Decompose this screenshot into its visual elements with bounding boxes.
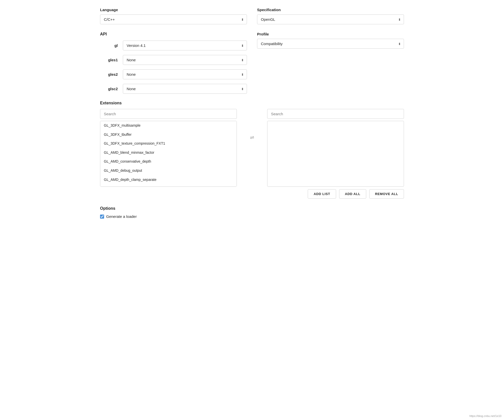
language-select[interactable]: C/C++ C# Java Python Rust bbox=[100, 14, 247, 24]
action-buttons: ADD LIST ADD ALL REMOVE ALL bbox=[267, 189, 404, 199]
api-label-gl: gl bbox=[100, 43, 118, 48]
options-title: Options bbox=[100, 206, 404, 211]
generate-loader-row: Generate a loader bbox=[100, 214, 404, 219]
api-label-gles2: gles2 bbox=[100, 72, 118, 77]
transfer-arrow-container: ⇌ bbox=[247, 109, 257, 140]
profile-select-wrapper: Compatibility Core ⬍ bbox=[257, 39, 404, 49]
top-section: Language C/C++ C# Java Python Rust ⬍ Spe… bbox=[100, 8, 404, 24]
extensions-left-search[interactable] bbox=[100, 109, 237, 119]
language-select-wrapper: C/C++ C# Java Python Rust ⬍ bbox=[100, 14, 247, 24]
generate-loader-label: Generate a loader bbox=[106, 214, 137, 219]
transfer-icon: ⇌ bbox=[250, 134, 254, 140]
glsc2-select[interactable]: None Version 2.0 bbox=[123, 84, 247, 94]
profile-section: Profile Compatibility Core ⬍ bbox=[257, 32, 404, 98]
extensions-right-search[interactable] bbox=[267, 109, 404, 119]
api-row-gl: gl None Version 1.0 Version 2.0 Version … bbox=[100, 41, 247, 50]
extensions-left-panel: GL_3DFX_multisample GL_3DFX_tbuffer GL_3… bbox=[100, 109, 237, 187]
list-item[interactable]: GL_AMD_depth_clamp_separate bbox=[100, 175, 237, 184]
list-item[interactable]: GL_3DFX_tbuffer bbox=[100, 130, 237, 139]
extensions-title: Extensions bbox=[100, 101, 404, 105]
api-section-title: API bbox=[100, 32, 247, 36]
profile-label: Profile bbox=[257, 32, 404, 36]
language-label: Language bbox=[100, 8, 247, 12]
api-row-glsc2: glsc2 None Version 2.0 ⬍ bbox=[100, 84, 247, 94]
gles2-select[interactable]: None Version 2.0 Version 3.0 Version 3.1… bbox=[123, 69, 247, 79]
specification-select-wrapper: OpenGL OpenGL ES Vulkan ⬍ bbox=[257, 14, 404, 24]
specification-select[interactable]: OpenGL OpenGL ES Vulkan bbox=[257, 14, 404, 24]
add-all-button[interactable]: ADD ALL bbox=[339, 189, 366, 199]
add-list-button[interactable]: ADD LIST bbox=[308, 189, 336, 199]
api-label-gles1: gles1 bbox=[100, 58, 118, 62]
generate-loader-checkbox[interactable] bbox=[100, 215, 104, 219]
list-item[interactable]: GL_AMD_blend_minmax_factor bbox=[100, 148, 237, 157]
list-item[interactable]: GL_3DFX_multisample bbox=[100, 121, 237, 130]
gles2-select-wrapper: None Version 2.0 Version 3.0 Version 3.1… bbox=[123, 69, 247, 79]
remove-all-button[interactable]: REMOVE ALL bbox=[369, 189, 404, 199]
extensions-section: Extensions GL_3DFX_multisample GL_3DFX_t… bbox=[100, 101, 404, 199]
extensions-right-panel: ADD LIST ADD ALL REMOVE ALL bbox=[267, 109, 404, 199]
gles1-select[interactable]: None Version 1.0 bbox=[123, 55, 247, 65]
profile-select[interactable]: Compatibility Core bbox=[257, 39, 404, 49]
api-section: API gl None Version 1.0 Version 2.0 Vers… bbox=[100, 32, 247, 98]
main-container: Language C/C++ C# Java Python Rust ⬍ Spe… bbox=[100, 8, 404, 219]
api-row-gles1: gles1 None Version 1.0 ⬍ bbox=[100, 55, 247, 65]
api-label-glsc2: glsc2 bbox=[100, 87, 118, 91]
gles1-select-wrapper: None Version 1.0 ⬍ bbox=[123, 55, 247, 65]
gl-select-wrapper: None Version 1.0 Version 2.0 Version 3.0… bbox=[123, 41, 247, 50]
extensions-right-list[interactable] bbox=[267, 121, 404, 187]
gl-select[interactable]: None Version 1.0 Version 2.0 Version 3.0… bbox=[123, 41, 247, 50]
specification-section: Specification OpenGL OpenGL ES Vulkan ⬍ bbox=[257, 8, 404, 24]
language-section: Language C/C++ C# Java Python Rust ⬍ bbox=[100, 8, 247, 24]
api-row-gles2: gles2 None Version 2.0 Version 3.0 Versi… bbox=[100, 69, 247, 79]
list-item[interactable]: GL_AMD_debug_output bbox=[100, 166, 237, 175]
extensions-layout: GL_3DFX_multisample GL_3DFX_tbuffer GL_3… bbox=[100, 109, 404, 199]
specification-label: Specification bbox=[257, 8, 404, 12]
options-section: Options Generate a loader bbox=[100, 206, 404, 219]
list-item[interactable]: GL_AMD_draw_buffers_blend bbox=[100, 184, 237, 187]
list-item[interactable]: GL_AMD_conservative_depth bbox=[100, 157, 237, 166]
glsc2-select-wrapper: None Version 2.0 ⬍ bbox=[123, 84, 247, 94]
api-profile-row: API gl None Version 1.0 Version 2.0 Vers… bbox=[100, 32, 404, 98]
extensions-left-list[interactable]: GL_3DFX_multisample GL_3DFX_tbuffer GL_3… bbox=[100, 121, 237, 187]
list-item[interactable]: GL_3DFX_texture_compression_FXT1 bbox=[100, 139, 237, 148]
